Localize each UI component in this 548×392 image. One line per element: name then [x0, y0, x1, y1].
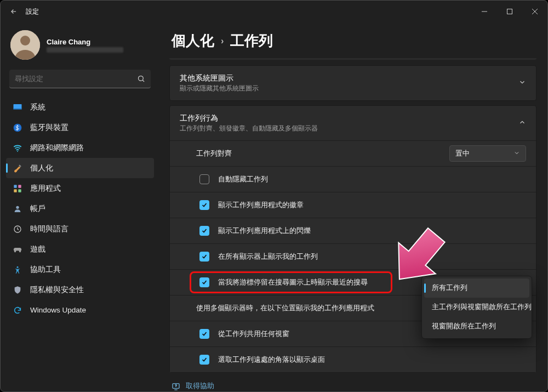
- alignment-dropdown[interactable]: 置中: [449, 145, 526, 162]
- row-label: 顯示工作列應用程式上的閃爍: [218, 226, 526, 236]
- sidebar-item-label: 藍牙與裝置: [30, 123, 68, 133]
- clock-icon: [13, 224, 22, 234]
- sidebar-item-bluetooth[interactable]: 藍牙與裝置: [6, 117, 154, 138]
- profile-email-redacted: [47, 47, 123, 53]
- back-button[interactable]: [5, 3, 22, 20]
- chevron-up-icon: [518, 118, 526, 128]
- wifi-icon: [13, 143, 22, 153]
- row-badges[interactable]: 顯示工作列應用程式的徽章: [170, 192, 536, 218]
- bluetooth-icon: [13, 123, 22, 133]
- maximize-button[interactable]: [497, 1, 522, 22]
- checkbox[interactable]: [199, 200, 209, 210]
- checkbox[interactable]: [199, 174, 209, 184]
- settings-window: 設定 Claire Chang: [0, 0, 548, 392]
- sidebar-item-personalization[interactable]: 個人化: [6, 158, 154, 178]
- sidebar-item-label: 系統: [30, 103, 45, 112]
- sidebar-item-network[interactable]: 網路和網際網路: [6, 138, 154, 158]
- svg-rect-10: [14, 189, 16, 192]
- window-title: 設定: [26, 7, 39, 16]
- chevron-down-icon: [513, 150, 520, 158]
- row-far-corner[interactable]: 選取工作列遠處的角落以顯示桌面: [170, 346, 536, 372]
- svg-rect-9: [18, 185, 21, 188]
- row-label: 顯示工作列應用程式的徽章: [218, 200, 526, 210]
- chevron-down-icon: [518, 78, 526, 88]
- flyout-item[interactable]: 主工作列與視窗開啟所在工作列: [424, 298, 529, 317]
- profile[interactable]: Claire Chang: [6, 27, 154, 67]
- row-label: 工作列對齊: [196, 149, 449, 158]
- sidebar-item-accessibility[interactable]: 協助工具: [6, 259, 154, 280]
- svg-rect-0: [507, 9, 512, 14]
- sidebar-item-label: 帳戶: [30, 204, 45, 214]
- breadcrumb-root[interactable]: 個人化: [172, 31, 214, 50]
- row-label: 選取工作列遠處的角落以顯示桌面: [218, 355, 526, 365]
- update-icon: [13, 305, 22, 315]
- dropdown-value: 置中: [455, 149, 470, 158]
- close-button[interactable]: [522, 1, 547, 22]
- group-subtitle: 工作列對齊、頒發徽章、自動隱藏及多個顯示器: [180, 124, 318, 133]
- sidebar-item-gaming[interactable]: 遊戲: [6, 239, 154, 259]
- checkbox[interactable]: [199, 329, 209, 339]
- sidebar-item-apps[interactable]: 應用程式: [6, 178, 154, 198]
- sidebar-item-label: 時間與語言: [30, 224, 68, 234]
- multi-display-flyout: 所有工作列 主工作列與視窗開啟所在工作列 視窗開啟所在工作列: [421, 276, 532, 339]
- minimize-button[interactable]: [472, 1, 497, 22]
- chevron-right-icon: ›: [221, 36, 224, 46]
- sidebar-item-label: 網路和網際網路: [30, 143, 84, 153]
- sidebar-item-label: 協助工具: [30, 265, 61, 275]
- group-system-tray[interactable]: 其他系統匣圖示 顯示或隱藏其他系統匣圖示: [169, 65, 536, 101]
- svg-point-3: [139, 76, 144, 81]
- svg-point-14: [16, 266, 18, 268]
- content: 其他系統匣圖示 顯示或隱藏其他系統匣圖示 工作列行為 工作列對齊、頒發徽章、自動…: [169, 58, 536, 391]
- sidebar-item-privacy[interactable]: 隱私權與安全性: [6, 280, 154, 300]
- sidebar-item-windows-update[interactable]: Windows Update: [6, 300, 154, 320]
- sidebar-item-accounts[interactable]: 帳戶: [6, 198, 154, 219]
- sidebar-item-label: 遊戲: [30, 245, 45, 254]
- svg-point-7: [17, 151, 18, 152]
- paintbrush-icon: [13, 163, 22, 173]
- row-label: 自動隱藏工作列: [218, 174, 526, 184]
- sidebar: Claire Chang 系統 藍牙與裝置: [1, 22, 159, 391]
- window-controls: [472, 1, 547, 22]
- accessibility-icon: [13, 265, 22, 275]
- sidebar-item-system[interactable]: 系統: [6, 97, 154, 117]
- svg-rect-11: [18, 189, 21, 192]
- group-subtitle: 顯示或隱藏其他系統匣圖示: [180, 84, 259, 93]
- person-icon: [13, 204, 22, 214]
- search-icon: [137, 75, 145, 83]
- gamepad-icon: [13, 245, 22, 254]
- checkbox[interactable]: [199, 252, 209, 262]
- sidebar-item-label: Windows Update: [30, 306, 86, 314]
- sidebar-item-label: 應用程式: [30, 184, 61, 194]
- nav: 系統 藍牙與裝置 網路和網際網路 個人化 應用程式: [6, 97, 154, 320]
- row-flash[interactable]: 顯示工作列應用程式上的閃爍: [170, 218, 536, 243]
- avatar: [10, 30, 40, 60]
- svg-rect-5: [14, 109, 22, 110]
- monitor-icon: [13, 103, 22, 112]
- apps-icon: [13, 184, 22, 194]
- row-all-displays[interactable]: 在所有顯示器上顯示我的工作列: [170, 243, 536, 269]
- row-auto-hide[interactable]: 自動隱藏工作列: [170, 166, 536, 192]
- group-title: 工作列行為: [180, 113, 318, 123]
- checkbox[interactable]: [199, 277, 209, 287]
- row-label: 在所有顯示器上顯示我的工作列: [218, 252, 526, 262]
- group-header[interactable]: 工作列行為 工作列對齊、頒發徽章、自動隱藏及多個顯示器: [170, 106, 536, 140]
- checkbox[interactable]: [199, 226, 209, 236]
- svg-rect-8: [14, 185, 16, 188]
- search-input[interactable]: [15, 75, 137, 83]
- group-title: 其他系統匣圖示: [180, 73, 259, 83]
- svg-point-2: [20, 36, 30, 46]
- flyout-item[interactable]: 所有工作列: [424, 279, 529, 298]
- divider: [169, 58, 536, 60]
- flyout-item[interactable]: 視窗開啟所在工作列: [424, 317, 529, 336]
- sidebar-item-label: 個人化: [30, 163, 53, 173]
- checkbox[interactable]: [199, 355, 209, 365]
- sidebar-item-time-language[interactable]: 時間與語言: [6, 219, 154, 239]
- help-label: 取得協助: [186, 382, 214, 391]
- sidebar-item-label: 隱私權與安全性: [30, 285, 84, 295]
- main: 個人化 › 工作列 其他系統匣圖示 顯示或隱藏其他系統匣圖示: [159, 22, 547, 391]
- svg-point-12: [16, 206, 19, 208]
- search-box[interactable]: [9, 70, 151, 88]
- breadcrumb: 個人化 › 工作列: [169, 28, 536, 58]
- row-taskbar-alignment: 工作列對齊 置中: [170, 140, 536, 166]
- get-help-link[interactable]: 取得協助: [169, 375, 536, 391]
